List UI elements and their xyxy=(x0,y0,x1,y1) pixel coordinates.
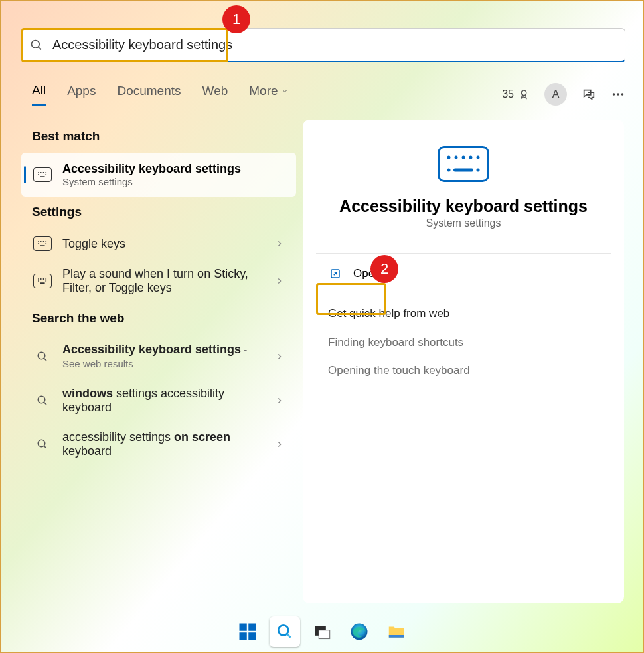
svg-point-3 xyxy=(613,93,615,96)
svg-rect-42 xyxy=(240,624,247,631)
svg-line-47 xyxy=(287,634,290,637)
svg-rect-51 xyxy=(389,635,404,638)
edge-icon xyxy=(349,622,369,642)
search-icon xyxy=(33,438,52,450)
svg-point-37 xyxy=(477,155,480,159)
svg-point-21 xyxy=(40,278,42,280)
result-label: windows settings accessibility keyboard xyxy=(62,387,264,415)
chevron-right-icon xyxy=(275,239,284,248)
svg-point-31 xyxy=(38,440,45,447)
svg-point-17 xyxy=(38,243,39,244)
svg-point-15 xyxy=(43,241,44,242)
svg-rect-44 xyxy=(240,632,247,640)
taskbar-search-button[interactable] xyxy=(270,616,300,647)
svg-rect-39 xyxy=(453,168,473,171)
detail-subtitle: System settings xyxy=(319,217,608,229)
section-header-best-match: Best match xyxy=(21,121,296,153)
svg-point-14 xyxy=(40,241,42,242)
svg-point-8 xyxy=(43,172,44,173)
keyboard-icon xyxy=(438,146,489,182)
svg-point-34 xyxy=(455,155,458,159)
help-link-touch-keyboard[interactable]: Opening the touch keyboard xyxy=(319,359,608,383)
rewards-points[interactable]: 35 xyxy=(502,88,530,100)
best-match-result[interactable]: Accessibility keyboard settings System s… xyxy=(21,153,296,197)
tab-more[interactable]: More xyxy=(249,84,288,105)
detail-hero-icon xyxy=(319,146,608,182)
best-match-title: Accessibility keyboard settings xyxy=(62,162,241,176)
search-bar[interactable] xyxy=(21,28,625,62)
svg-line-1 xyxy=(39,47,41,49)
result-bold: Accessibility keyboard settings xyxy=(62,343,241,356)
chevron-right-icon xyxy=(275,440,284,449)
chevron-right-icon xyxy=(275,276,284,286)
svg-point-7 xyxy=(40,172,42,173)
keyboard-icon xyxy=(33,167,52,182)
detail-help-header: Get quick help from web xyxy=(319,307,608,320)
web-result-1[interactable]: windows settings accessibility keyboard xyxy=(21,379,296,422)
taskbar xyxy=(1,612,643,652)
svg-line-30 xyxy=(44,402,46,405)
taskbar-start-button[interactable] xyxy=(232,616,263,647)
taskbar-edge[interactable] xyxy=(344,616,374,647)
best-match-subtitle: System settings xyxy=(62,176,241,187)
svg-rect-49 xyxy=(319,630,329,639)
section-header-settings: Settings xyxy=(21,197,296,229)
tab-apps[interactable]: Apps xyxy=(67,84,96,105)
search-icon xyxy=(276,623,293,640)
search-icon xyxy=(33,351,52,363)
search-filter-tabs: All Apps Documents Web More 35 A xyxy=(32,81,625,108)
help-link-shortcuts[interactable]: Finding keyboard shortcuts xyxy=(319,331,608,355)
taskbar-file-explorer[interactable] xyxy=(381,616,412,647)
search-input[interactable] xyxy=(52,37,617,52)
svg-rect-12 xyxy=(40,176,45,177)
result-label: Toggle keys xyxy=(62,237,264,251)
svg-point-6 xyxy=(38,172,39,173)
svg-point-13 xyxy=(38,241,39,242)
tab-all[interactable]: All xyxy=(32,83,46,106)
chevron-right-icon xyxy=(275,396,284,405)
points-value: 35 xyxy=(502,88,514,100)
tab-documents[interactable]: Documents xyxy=(117,84,181,105)
svg-point-33 xyxy=(447,155,451,159)
web-result-0[interactable]: Accessibility keyboard settings - See we… xyxy=(21,335,296,379)
svg-point-46 xyxy=(278,625,288,635)
chevron-right-icon xyxy=(275,352,284,361)
tab-web[interactable]: Web xyxy=(202,84,228,105)
svg-point-23 xyxy=(45,278,46,280)
settings-result-play-sound[interactable]: Play a sound when I turn on Sticky, Filt… xyxy=(21,259,296,303)
results-column: Best match Accessibility keyboard settin… xyxy=(21,121,296,466)
svg-line-32 xyxy=(44,446,46,448)
result-bold: on screen xyxy=(174,430,230,444)
keyboard-icon xyxy=(33,274,52,288)
svg-point-10 xyxy=(38,174,39,175)
open-button[interactable]: Open xyxy=(317,260,393,287)
chevron-down-icon xyxy=(281,87,289,95)
svg-point-0 xyxy=(32,40,40,48)
settings-result-toggle-keys[interactable]: Toggle keys xyxy=(21,229,296,259)
result-pre: accessibility settings xyxy=(62,430,174,444)
svg-point-4 xyxy=(617,93,619,96)
keyboard-icon xyxy=(33,236,52,251)
svg-point-9 xyxy=(45,172,46,173)
taskbar-task-view[interactable] xyxy=(307,616,337,647)
svg-rect-43 xyxy=(248,624,256,631)
svg-rect-26 xyxy=(40,282,45,284)
svg-rect-45 xyxy=(248,632,256,640)
svg-point-11 xyxy=(45,174,46,175)
search-icon xyxy=(30,39,43,52)
user-avatar[interactable]: A xyxy=(544,83,567,106)
svg-point-29 xyxy=(38,396,45,403)
svg-point-16 xyxy=(45,241,46,242)
result-rest: keyboard xyxy=(62,444,112,458)
task-view-icon xyxy=(313,622,331,641)
more-options-icon[interactable] xyxy=(611,87,625,102)
svg-point-22 xyxy=(43,278,44,280)
windows-icon xyxy=(238,622,258,642)
open-label: Open xyxy=(353,267,381,280)
result-label: accessibility settings on screen keyboar… xyxy=(62,430,264,458)
result-bold: windows xyxy=(62,387,113,400)
svg-point-27 xyxy=(38,352,45,359)
chat-icon[interactable] xyxy=(582,87,596,102)
web-result-2[interactable]: accessibility settings on screen keyboar… xyxy=(21,422,296,466)
folder-icon xyxy=(386,622,406,642)
